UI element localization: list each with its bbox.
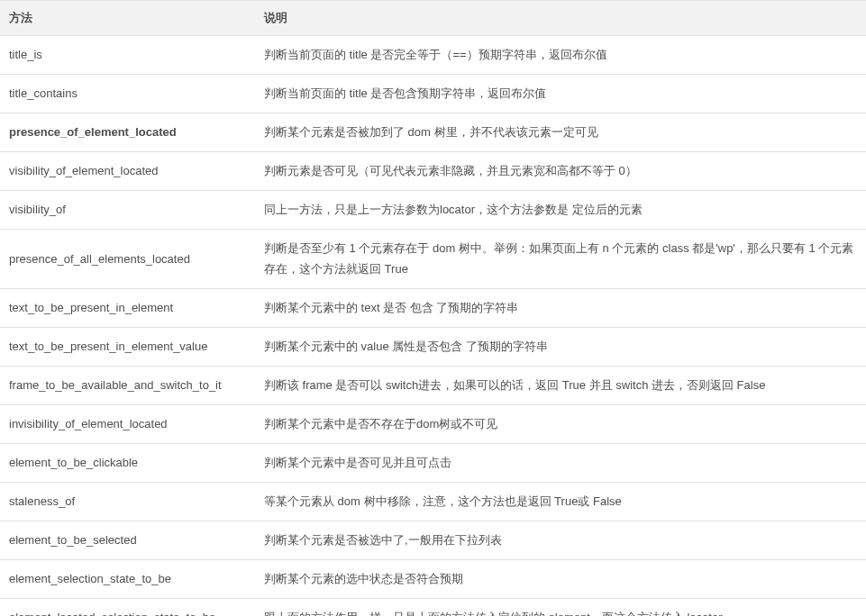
- cell-method: text_to_be_present_in_element: [0, 288, 255, 327]
- cell-method: visibility_of_element_located: [0, 152, 255, 191]
- cell-description: 判断某个元素是否被加到了 dom 树里，并不代表该元素一定可见: [255, 113, 866, 152]
- cell-description: 判断某个元素中是否不存在于dom树或不可见: [255, 404, 866, 443]
- table-row: visibility_of同上一方法，只是上一方法参数为locator，这个方法…: [0, 191, 866, 230]
- cell-method: element_to_be_selected: [0, 521, 255, 560]
- cell-method: element_located_selection_state_to_be: [0, 599, 255, 616]
- cell-description: 判断是否至少有 1 个元素存在于 dom 树中。举例：如果页面上有 n 个元素的…: [255, 230, 866, 288]
- cell-description: 跟上面的方法作用一样，只是上面的方法传入定位到的 element，而这个方法传入…: [255, 599, 866, 616]
- cell-method: frame_to_be_available_and_switch_to_it: [0, 366, 255, 404]
- cell-description: 判断元素是否可见（可见代表元素非隐藏，并且元素宽和高都不等于 0）: [255, 152, 866, 191]
- table-row: presence_of_all_elements_located判断是否至少有 …: [0, 230, 866, 288]
- table-body: title_is判断当前页面的 title 是否完全等于（==）预期字符串，返回…: [0, 36, 866, 617]
- cell-description: 判断某个元素是否被选中了,一般用在下拉列表: [255, 521, 866, 560]
- table-row: invisibility_of_element_located判断某个元素中是否…: [0, 404, 866, 443]
- cell-method: visibility_of: [0, 191, 255, 230]
- table-header-row: 方法 说明: [0, 1, 866, 36]
- table-header: 方法 说明: [0, 1, 866, 36]
- cell-method: title_is: [0, 36, 255, 75]
- cell-description: 判断当前页面的 title 是否包含预期字符串，返回布尔值: [255, 75, 866, 113]
- table-row: staleness_of等某个元素从 dom 树中移除，注意，这个方法也是返回 …: [0, 483, 866, 521]
- methods-table: 方法 说明 title_is判断当前页面的 title 是否完全等于（==）预期…: [0, 0, 866, 616]
- cell-description: 判断某个元素的选中状态是否符合预期: [255, 560, 866, 599]
- cell-description: 判断该 frame 是否可以 switch进去，如果可以的话，返回 True 并…: [255, 366, 866, 404]
- cell-method: title_contains: [0, 75, 255, 113]
- table-row: visibility_of_element_located判断元素是否可见（可见…: [0, 152, 866, 191]
- cell-description: 等某个元素从 dom 树中移除，注意，这个方法也是返回 True或 False: [255, 483, 866, 521]
- table-row: text_to_be_present_in_element判断某个元素中的 te…: [0, 288, 866, 327]
- cell-method: staleness_of: [0, 483, 255, 521]
- table-row: title_is判断当前页面的 title 是否完全等于（==）预期字符串，返回…: [0, 36, 866, 75]
- cell-method: presence_of_element_located: [0, 113, 255, 152]
- table-row: element_to_be_selected判断某个元素是否被选中了,一般用在下…: [0, 521, 866, 560]
- cell-method: element_to_be_clickable: [0, 444, 255, 483]
- cell-method: element_selection_state_to_be: [0, 560, 255, 599]
- table-row: frame_to_be_available_and_switch_to_it判断…: [0, 366, 866, 404]
- table-row: element_to_be_clickable判断某个元素中是否可见并且可点击: [0, 444, 866, 483]
- table-row: title_contains判断当前页面的 title 是否包含预期字符串，返回…: [0, 75, 866, 113]
- table-row: element_located_selection_state_to_be跟上面…: [0, 599, 866, 616]
- cell-description: 同上一方法，只是上一方法参数为locator，这个方法参数是 定位后的元素: [255, 191, 866, 230]
- cell-description: 判断某个元素中是否可见并且可点击: [255, 444, 866, 483]
- table-row: text_to_be_present_in_element_value判断某个元…: [0, 327, 866, 366]
- cell-description: 判断当前页面的 title 是否完全等于（==）预期字符串，返回布尔值: [255, 36, 866, 75]
- cell-method: text_to_be_present_in_element_value: [0, 327, 255, 366]
- table-row: presence_of_element_located判断某个元素是否被加到了 …: [0, 113, 866, 152]
- cell-method: presence_of_all_elements_located: [0, 230, 255, 288]
- cell-method: invisibility_of_element_located: [0, 404, 255, 443]
- table-container: 方法 说明 title_is判断当前页面的 title 是否完全等于（==）预期…: [0, 0, 866, 616]
- cell-description: 判断某个元素中的 value 属性是否包含 了预期的字符串: [255, 327, 866, 366]
- cell-description: 判断某个元素中的 text 是否 包含 了预期的字符串: [255, 288, 866, 327]
- header-description: 说明: [255, 1, 866, 36]
- table-row: element_selection_state_to_be判断某个元素的选中状态…: [0, 560, 866, 599]
- header-method: 方法: [0, 1, 255, 36]
